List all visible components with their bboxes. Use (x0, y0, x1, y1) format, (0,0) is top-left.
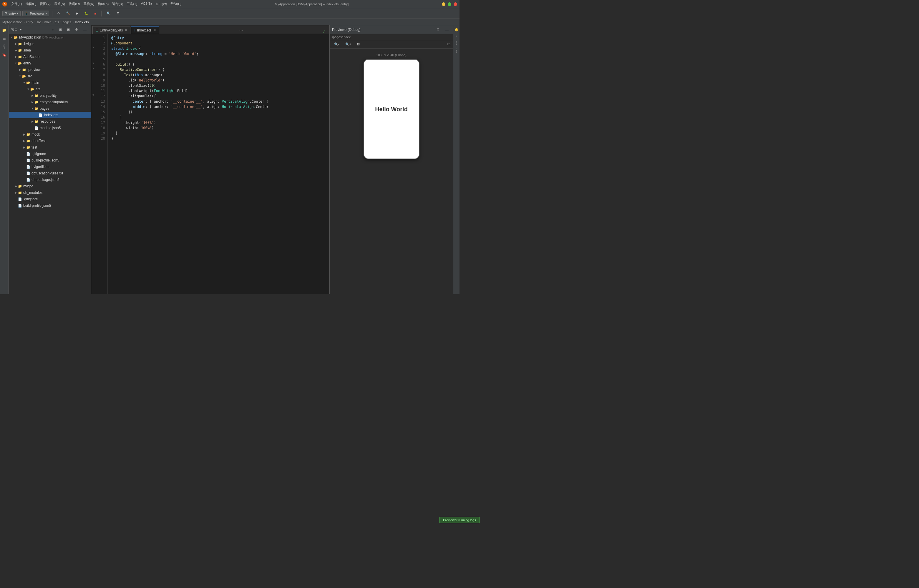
close-sidebar-button[interactable]: — (81, 27, 89, 32)
breadcrumb-entry[interactable]: entry (26, 20, 33, 24)
menu-view[interactable]: 视图(V) (40, 2, 50, 6)
collapse-all-button[interactable]: ⊟ (57, 27, 64, 32)
main-toolbar: ⚙ entry ▾ 📱 Previewer ▾ ⟳ 🔨 ▶ 🐛 ■ 🔍 ⚙ (0, 8, 459, 19)
code-line-9: .id('HelloWorld') (111, 78, 329, 83)
previewer-dropdown[interactable]: 📱 Previewer ▾ (23, 11, 49, 16)
tree-item-buildprofile2[interactable]: 📄 build-profile.json5 (9, 202, 91, 209)
settings-toolbar-button[interactable]: ⚙ (115, 11, 122, 16)
previewer-close-button[interactable]: — (443, 27, 451, 32)
expand-all-button[interactable]: ⊞ (65, 27, 72, 32)
project-icon[interactable]: 📁 (1, 26, 8, 34)
tree-item-preview[interactable]: ▶ 📁 .preview (9, 66, 91, 73)
breadcrumb-main[interactable]: main (44, 20, 52, 24)
tree-item-ohostest[interactable]: ▶ 📁 ohosTest (9, 138, 91, 144)
build-button[interactable]: 🔨 (64, 11, 72, 16)
fold-btn-6[interactable]: ▼ (91, 61, 96, 66)
notifications-icon[interactable]: 🔔 (454, 26, 459, 32)
tree-label-modulejson: module.json5 (40, 126, 61, 130)
tree-label-hvigor2: hvigor (23, 184, 33, 188)
breadcrumb-myapp[interactable]: MyApplication (2, 20, 23, 24)
bookmark-icon[interactable]: 🔖 (1, 51, 8, 59)
code-editor[interactable]: ▼ ▼ ▼ ▼ (91, 34, 329, 294)
fold-btn-3[interactable]: ▼ (91, 45, 96, 50)
menu-window[interactable]: 窗口(W) (156, 2, 167, 6)
tree-item-indexets[interactable]: 📄 Index.ets (9, 112, 91, 118)
menu-build[interactable]: 构建(B) (98, 2, 109, 6)
tree-item-modulejson[interactable]: 📄 module.json5 (9, 125, 91, 131)
tree-item-resources[interactable]: ▶ 📁 resources (9, 118, 91, 125)
tab-entryability[interactable]: E EntryAbility.ets ✕ (92, 26, 130, 34)
entry-icon: ⚙ (5, 11, 7, 15)
sync-button[interactable]: ⟳ (55, 11, 62, 16)
device-file-icon[interactable]: Dev (454, 48, 459, 53)
menu-run[interactable]: 运行(R) (112, 2, 123, 6)
breadcrumb-pages[interactable]: pages (63, 20, 71, 24)
previewer-settings-button[interactable]: ⚙ (434, 27, 442, 32)
fold-btn-7[interactable]: ▼ (91, 66, 96, 71)
folder-myapp-icon: 📂 (13, 35, 18, 40)
tree-item-ohmodules[interactable]: ▶ 📁 oh_modules (9, 189, 91, 196)
search-toolbar-button[interactable]: 🔍 (104, 11, 113, 16)
minimize-button[interactable] (442, 2, 446, 6)
zoom-in-button[interactable]: 🔍+ (343, 42, 353, 47)
menu-nav[interactable]: 导航(N) (54, 2, 65, 6)
fold-btn-12[interactable]: ▼ (91, 92, 96, 98)
ai-assistant-icon[interactable]: AI (454, 34, 459, 39)
tree-item-gitignore2[interactable]: 📄 .gitignore (9, 196, 91, 202)
tree-item-entry[interactable]: ▼ 📂 entry (9, 60, 91, 66)
stop-button[interactable]: ■ (92, 11, 98, 16)
structure-icon[interactable]: ☰ (1, 35, 8, 42)
tree-item-main[interactable]: ▼ 📂 main (9, 79, 91, 86)
tree-item-idea[interactable]: ▶ 📁 .idea (9, 47, 91, 53)
file-gitignore2-icon: 📄 (18, 197, 23, 202)
tree-item-ohpackage1[interactable]: 📄 oh-package.json5 (9, 176, 91, 183)
breadcrumb-indexets[interactable]: Index.ets (75, 20, 89, 24)
tab-indexets[interactable]: I Index.ets ✕ (131, 26, 159, 34)
tree-item-appscope[interactable]: ▶ 📁 AppScope (9, 53, 91, 60)
tab-more-button[interactable]: ⋯ (237, 27, 245, 34)
tree-settings-button[interactable]: ⚙ (73, 27, 80, 32)
tree-item-ets[interactable]: ▼ 📂 ets (9, 86, 91, 92)
tree-item-gitignore1[interactable]: 📄 .gitignore (9, 150, 91, 157)
menu-file[interactable]: 文件(E) (11, 2, 22, 6)
debug-button[interactable]: 🐛 (82, 11, 90, 16)
tab-entryability-label: EntryAbility.ets (100, 28, 123, 32)
tree-item-src[interactable]: ▼ 📂 src (9, 73, 91, 79)
menu-edit[interactable]: 编辑(E) (26, 2, 37, 6)
menu-refactor[interactable]: 重构(R) (83, 2, 94, 6)
menu-vcs[interactable]: VCS(S) (141, 2, 152, 6)
tab-entryability-close[interactable]: ✕ (125, 28, 127, 32)
code-content[interactable]: @Entry @Component struct Index { @State … (108, 34, 329, 294)
tree-arrow-entrybackup: ▶ (31, 100, 34, 104)
menu-code[interactable]: 代码(O) (68, 2, 80, 6)
maximize-button[interactable] (448, 2, 451, 6)
tree-item-buildprofile1[interactable]: 📄 build-profile.json5 (9, 157, 91, 163)
menu-help[interactable]: 帮助(H) (170, 2, 182, 6)
tree-item-obfuscation[interactable]: 📄 obfuscation-rules.txt (9, 170, 91, 176)
run-toolbar-button[interactable]: ▶ (74, 11, 80, 16)
tree-item-mock[interactable]: ▶ 📁 mock (9, 131, 91, 138)
tree-item-myapp[interactable]: ▼ 📂 MyApplication D:\MyApplication (9, 34, 91, 40)
zoom-out-button[interactable]: 🔍- (332, 42, 342, 47)
new-file-button[interactable]: + (50, 27, 56, 32)
breadcrumb-ets[interactable]: ets (55, 20, 59, 24)
tree-item-hvigor2[interactable]: ▶ 📁 hvigor (9, 183, 91, 189)
zoom-fit-button[interactable]: ⊡ (355, 42, 362, 47)
tab-indexets-close[interactable]: ✕ (153, 28, 156, 32)
sdk-icon[interactable]: SDK (1, 43, 8, 51)
breadcrumb-src[interactable]: src (37, 20, 41, 24)
entry-dropdown[interactable]: ⚙ entry ▾ (2, 11, 21, 16)
tree-item-entryability[interactable]: ▶ 📁 entryability (9, 92, 91, 99)
folder-pages-icon: 📂 (34, 106, 39, 111)
tree-item-pages[interactable]: ▼ 📂 pages (9, 105, 91, 112)
menu-tools[interactable]: 工具(T) (126, 2, 137, 6)
tree-item-hvigor1[interactable]: ▶ 📁 .hvigor (9, 40, 91, 47)
tree-label-idea: .idea (23, 48, 31, 52)
tree-item-hvigorfile[interactable]: 📄 hvigorfile.ts (9, 163, 91, 170)
close-button[interactable] (454, 2, 457, 6)
sidebar-toolbar: 项目 ▾ + ⊟ ⊞ ⚙ — (9, 25, 91, 34)
tree-item-test[interactable]: ▶ 📁 test (9, 144, 91, 150)
tree-item-entrybackup[interactable]: ▶ 📁 entrybackupability (9, 99, 91, 105)
tree-arrow-idea: ▶ (14, 48, 18, 52)
previewer-side-icon[interactable]: Prev (454, 40, 459, 47)
